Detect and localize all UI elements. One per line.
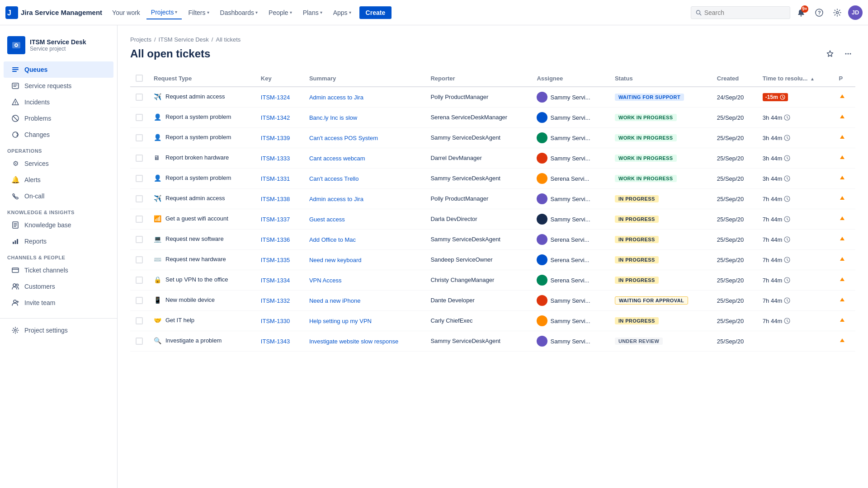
ticket-key-link[interactable]: ITSM-1334 [261, 277, 290, 284]
created-cell: 25/Sep/20 [712, 148, 757, 169]
services-label: Services [24, 160, 49, 167]
search-icon [696, 9, 702, 16]
ticket-key-link[interactable]: ITSM-1324 [261, 94, 290, 101]
app-logo[interactable]: J Jira Service Management [5, 6, 102, 19]
svg-point-31 [14, 329, 16, 331]
ticket-key-link[interactable]: ITSM-1330 [261, 318, 290, 324]
status-badge: WORK IN PROGRESS [615, 134, 677, 141]
summary-link[interactable]: Can't access Trello [309, 175, 359, 182]
summary-link[interactable]: Admin access to Jira [309, 94, 363, 101]
ticket-key-link[interactable]: ITSM-1331 [261, 175, 290, 182]
sidebar-item-changes[interactable]: Changes [4, 127, 113, 143]
sidebar-item-service-requests[interactable]: Service requests [4, 78, 113, 94]
summary-link[interactable]: Investigate website slow response [309, 338, 398, 345]
row-checkbox[interactable] [136, 134, 143, 141]
time-clock-icon [784, 114, 790, 121]
col-reporter[interactable]: Reporter [425, 70, 531, 87]
nav-apps[interactable]: Apps ▾ [329, 6, 356, 19]
sidebar-item-ticket-channels[interactable]: Ticket channels [4, 262, 113, 278]
row-checkbox[interactable] [136, 297, 143, 304]
time-cell: 7h 44m [757, 311, 834, 331]
summary-link[interactable]: Admin access to Jira [309, 196, 363, 202]
search-box[interactable] [691, 6, 790, 19]
nav-plans[interactable]: Plans ▾ [298, 6, 327, 19]
user-avatar[interactable]: JD [848, 5, 863, 20]
col-created[interactable]: Created [712, 70, 757, 87]
create-button[interactable]: Create [359, 6, 392, 19]
search-input[interactable] [704, 9, 785, 16]
main-content: Projects / ITSM Service Desk / All ticke… [118, 25, 868, 488]
row-checkbox[interactable] [136, 195, 143, 202]
star-button[interactable] [823, 47, 837, 61]
breadcrumb-itsm[interactable]: ITSM Service Desk [159, 36, 209, 43]
ticket-key-link[interactable]: ITSM-1335 [261, 257, 290, 263]
notifications-button[interactable]: 9+ [794, 5, 808, 20]
ticket-key-link[interactable]: ITSM-1339 [261, 135, 290, 141]
row-checkbox[interactable] [136, 236, 143, 243]
request-type-icon: 🔍 [154, 337, 163, 346]
summary-link[interactable]: Add Office to Mac [309, 236, 356, 243]
summary-link[interactable]: Banc.ly Inc is slow [309, 114, 357, 121]
svg-rect-21 [13, 242, 14, 244]
row-checkbox[interactable] [136, 114, 143, 121]
sidebar-item-alerts[interactable]: 🔔 Alerts [4, 172, 113, 188]
col-time-to-resolution[interactable]: Time to resolu... ▲ [757, 70, 834, 87]
sidebar-item-incidents[interactable]: Incidents [4, 94, 113, 110]
summary-link[interactable]: Need new keyboard [309, 257, 362, 263]
sidebar-item-customers[interactable]: Customers [4, 278, 113, 295]
help-button[interactable]: ? [812, 5, 826, 20]
col-summary[interactable]: Summary [304, 70, 425, 87]
nav-your-work[interactable]: Your work [108, 6, 145, 19]
col-key[interactable]: Key [255, 70, 304, 87]
summary-link[interactable]: Cant access webcam [309, 155, 365, 162]
request-type-cell: ✈️ Request admin access [148, 87, 255, 108]
summary-link[interactable]: Help setting up my VPN [309, 318, 372, 324]
breadcrumb-projects[interactable]: Projects [130, 36, 151, 43]
row-checkbox[interactable] [136, 155, 143, 162]
status-badge: WAITING FOR APPROVAL [615, 296, 688, 305]
row-checkbox[interactable] [136, 277, 143, 284]
request-type-icon: ✈️ [154, 93, 163, 102]
sidebar-item-on-call[interactable]: On-call [4, 188, 113, 204]
sidebar-item-queues[interactable]: Queues [4, 61, 113, 78]
sidebar-item-invite-team[interactable]: Invite team [4, 295, 113, 311]
select-all-checkbox[interactable] [136, 75, 143, 82]
col-priority[interactable]: P [833, 70, 855, 87]
row-checkbox-cell [130, 148, 148, 169]
row-checkbox[interactable] [136, 338, 143, 345]
nav-dashboards[interactable]: Dashboards ▾ [216, 6, 263, 19]
sidebar-item-knowledge-base[interactable]: Knowledge base [4, 217, 113, 233]
ticket-key-link[interactable]: ITSM-1332 [261, 297, 290, 304]
summary-link[interactable]: Need a new iPhone [309, 297, 360, 304]
sidebar-item-reports[interactable]: Reports [4, 233, 113, 249]
ticket-key-link[interactable]: ITSM-1343 [261, 338, 290, 345]
summary-link[interactable]: Can't access POS System [309, 135, 378, 141]
row-checkbox-cell [130, 230, 148, 250]
summary-link[interactable]: VPN Access [309, 277, 342, 284]
col-request-type[interactable]: Request Type [148, 70, 255, 87]
nav-projects[interactable]: Projects ▾ [146, 6, 182, 19]
row-checkbox[interactable] [136, 256, 143, 263]
col-assignee[interactable]: Assignee [531, 70, 609, 87]
time-clock-icon [784, 318, 790, 324]
sidebar-item-problems[interactable]: Problems [4, 110, 113, 127]
summary-link[interactable]: Guest access [309, 216, 345, 223]
col-status[interactable]: Status [609, 70, 712, 87]
ticket-key-link[interactable]: ITSM-1333 [261, 155, 290, 162]
row-checkbox[interactable] [136, 175, 143, 182]
sidebar-item-services[interactable]: ⚙ Services [4, 155, 113, 172]
ticket-key-link[interactable]: ITSM-1338 [261, 196, 290, 202]
row-checkbox[interactable] [136, 94, 143, 101]
row-checkbox[interactable] [136, 216, 143, 223]
nav-people[interactable]: People ▾ [264, 6, 297, 19]
settings-button[interactable] [830, 5, 844, 20]
row-checkbox[interactable] [136, 317, 143, 324]
ticket-key-link[interactable]: ITSM-1337 [261, 216, 290, 223]
nav-filters[interactable]: Filters ▾ [184, 6, 213, 19]
more-options-button[interactable] [841, 47, 855, 61]
sidebar-item-project-settings[interactable]: Project settings [4, 322, 113, 338]
select-all-header[interactable] [130, 70, 148, 87]
ticket-key-link[interactable]: ITSM-1336 [261, 236, 290, 243]
ticket-key-link[interactable]: ITSM-1342 [261, 114, 290, 121]
request-type-cell: 👤 Report a system problem [148, 128, 255, 148]
